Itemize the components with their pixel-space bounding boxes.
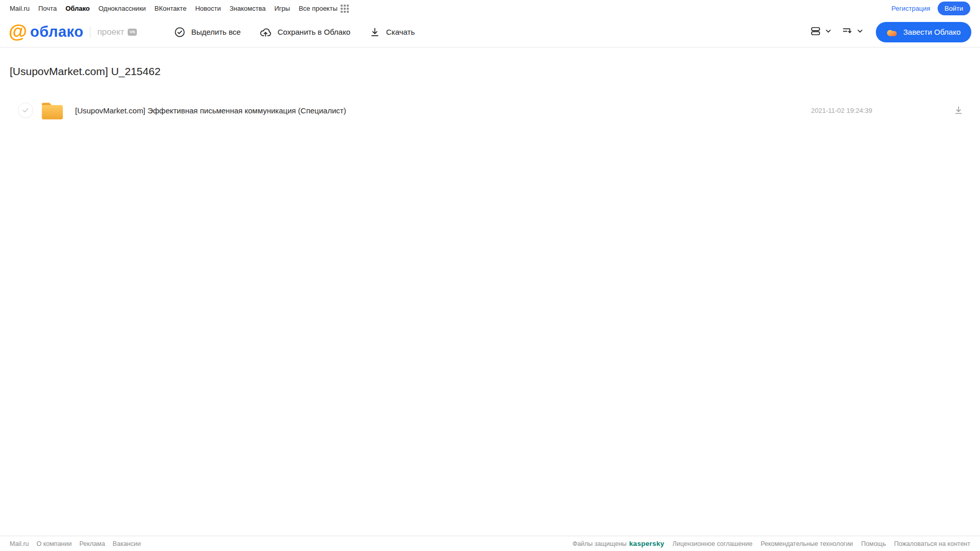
footer-link-report-content[interactable]: Пожаловаться на контент xyxy=(894,540,970,547)
header-right-controls: Завести Облако xyxy=(809,22,971,42)
sort-icon xyxy=(841,25,853,39)
file-toolbar: Выделить все Сохранить в Облако Скачат xyxy=(174,26,415,38)
download-button[interactable]: Скачать xyxy=(369,26,415,38)
vk-badge-icon: vk xyxy=(128,29,137,36)
folder-icon xyxy=(40,100,64,121)
nav-link-vkontakte[interactable]: ВКонтакте xyxy=(155,5,187,12)
footer-link-mailru[interactable]: Mail.ru xyxy=(10,540,29,547)
page-title: [UsupovMarket.com] U_215462 xyxy=(10,65,970,78)
file-name-link[interactable]: [UsupovMarket.com] Эффективная письменна… xyxy=(75,106,346,115)
footer-link-help[interactable]: Помощь xyxy=(861,540,886,547)
apps-grid-icon[interactable] xyxy=(341,5,349,13)
check-circle-icon xyxy=(174,26,186,38)
app-header: @ облако проект vk Выделить все xyxy=(0,17,980,47)
file-row[interactable]: [UsupovMarket.com] Эффективная письменна… xyxy=(10,100,970,121)
save-to-cloud-button[interactable]: Сохранить в Облако xyxy=(259,26,350,38)
nav-link-mailru[interactable]: Mail.ru xyxy=(10,5,30,12)
view-mode-control[interactable] xyxy=(809,25,832,39)
create-cloud-button[interactable]: Завести Облако xyxy=(876,22,971,42)
download-label: Скачать xyxy=(386,28,415,36)
chevron-down-icon xyxy=(825,28,832,37)
nav-link-oblako[interactable]: Облако xyxy=(65,5,90,12)
select-all-label: Выделить все xyxy=(191,28,241,36)
kaspersky-protected: Файлы защищены kaspersky xyxy=(572,540,664,547)
row-checkbox[interactable] xyxy=(18,103,33,118)
row-download-icon[interactable] xyxy=(953,105,964,116)
select-all-button[interactable]: Выделить все xyxy=(174,26,241,38)
download-icon xyxy=(369,26,381,38)
logo-text: облако xyxy=(30,23,83,40)
save-to-cloud-label: Сохранить в Облако xyxy=(277,28,350,36)
protected-label: Файлы защищены xyxy=(572,540,627,547)
logo-divider xyxy=(90,27,90,38)
public-folder-content: [UsupovMarket.com] U_215462 [UsupovMarke… xyxy=(0,65,980,121)
footer-link-recommendation-tech[interactable]: Рекомендательные технологии xyxy=(760,540,853,547)
footer-right-links: Файлы защищены kaspersky Лицензионное со… xyxy=(572,540,970,547)
check-icon xyxy=(21,106,30,114)
auth-area: Регистрация Войти xyxy=(892,2,970,15)
sort-control[interactable] xyxy=(841,25,864,39)
nav-link-odnoklassniki[interactable]: Одноклассники xyxy=(99,5,146,12)
kaspersky-logo[interactable]: kaspersky xyxy=(629,540,664,547)
cloud-blob-icon xyxy=(887,28,898,37)
mailru-at-icon: @ xyxy=(9,22,27,41)
project-label: проект xyxy=(97,27,124,37)
nav-link-znakomstva[interactable]: Знакомства xyxy=(229,5,266,12)
login-button[interactable]: Войти xyxy=(938,2,970,15)
nav-link-novosti[interactable]: Новости xyxy=(195,5,221,12)
footer-link-jobs[interactable]: Вакансии xyxy=(113,540,141,547)
footer-link-about[interactable]: О компании xyxy=(37,540,72,547)
footer-link-ads[interactable]: Реклама xyxy=(79,540,105,547)
footer-link-license[interactable]: Лицензионное соглашение xyxy=(673,540,753,547)
create-cloud-label: Завести Облако xyxy=(903,28,961,36)
page-footer: Mail.ru О компании Реклама Вакансии Файл… xyxy=(0,536,980,551)
nav-link-igry[interactable]: Игры xyxy=(274,5,290,12)
list-view-icon xyxy=(809,25,822,39)
portal-nav: Mail.ru Почта Облако Одноклассники ВКонт… xyxy=(0,0,980,17)
register-link[interactable]: Регистрация xyxy=(892,5,930,12)
nav-link-pochta[interactable]: Почта xyxy=(38,5,57,12)
chevron-down-icon xyxy=(856,28,864,37)
file-modified-date: 2021-11-02 19:24:39 xyxy=(811,107,872,114)
cloud-upload-icon xyxy=(259,26,272,38)
nav-link-all-projects[interactable]: Все проекты xyxy=(299,5,338,12)
cloud-logo[interactable]: @ облако проект vk xyxy=(9,23,137,41)
